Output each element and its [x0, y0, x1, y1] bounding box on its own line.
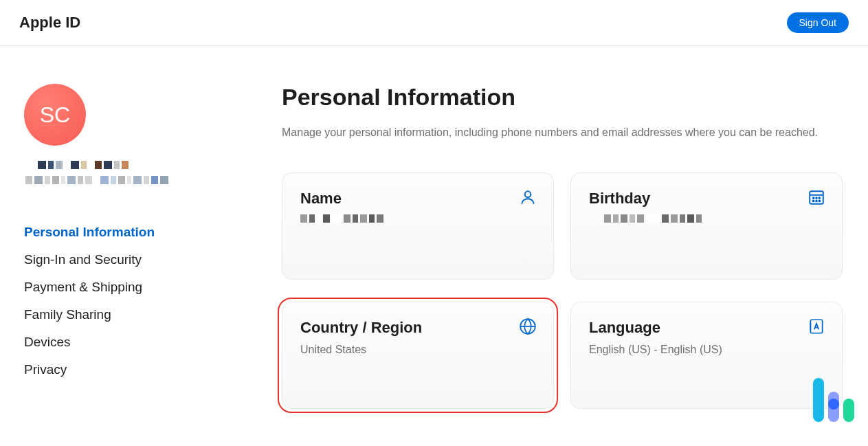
globe-icon: [519, 317, 537, 335]
svg-point-7: [816, 201, 817, 202]
sidebar: SC: [0, 46, 261, 409]
language-card-value: English (US) - English (US): [589, 344, 824, 356]
decoration-bar-1: [813, 378, 824, 422]
decoration-bars: [813, 378, 854, 422]
nav-personal-information[interactable]: Personal Information: [24, 219, 234, 246]
nav-privacy[interactable]: Privacy: [24, 356, 234, 383]
page-brand-title: Apple ID: [19, 14, 80, 32]
calendar-icon: [808, 188, 825, 206]
svg-rect-10: [810, 320, 822, 333]
avatar-initials: SC: [40, 102, 70, 128]
sign-out-button[interactable]: Sign Out: [787, 12, 849, 33]
birthday-card[interactable]: Birthday: [570, 172, 843, 280]
person-icon: [519, 188, 537, 206]
content-container: SC: [0, 46, 868, 409]
country-region-card[interactable]: Country / Region United States: [282, 302, 554, 409]
language-card[interactable]: Language English (US) - English (US): [570, 302, 843, 409]
nav-payment-shipping[interactable]: Payment & Shipping: [24, 274, 234, 301]
user-email-redacted: [25, 176, 234, 184]
language-icon: [808, 317, 825, 335]
svg-point-3: [813, 197, 814, 199]
page-title: Personal Information: [282, 84, 847, 111]
decoration-dot: [828, 399, 839, 410]
name-card[interactable]: Name: [282, 172, 554, 280]
avatar[interactable]: SC: [24, 84, 86, 146]
name-card-value-redacted: [300, 214, 535, 223]
nav-family-sharing[interactable]: Family Sharing: [24, 301, 234, 328]
birthday-card-title: Birthday: [589, 190, 824, 208]
svg-point-4: [816, 197, 817, 199]
cards-grid: Name: [282, 172, 847, 409]
nav-devices[interactable]: Devices: [24, 328, 234, 356]
svg-point-6: [813, 201, 814, 202]
country-region-card-value: United States: [300, 344, 535, 356]
main-content: Personal Information Manage your persona…: [261, 46, 868, 409]
language-card-title: Language: [589, 319, 824, 337]
header: Apple ID Sign Out: [0, 0, 868, 46]
nav-list: Personal Information Sign-In and Securit…: [24, 219, 234, 383]
svg-point-5: [819, 197, 820, 199]
page-description: Manage your personal information, includ…: [282, 124, 832, 141]
name-card-title: Name: [300, 190, 535, 208]
svg-point-0: [525, 191, 531, 197]
decoration-bar-2: [828, 392, 839, 422]
country-region-card-title: Country / Region: [300, 319, 535, 337]
birthday-card-value-redacted: [604, 214, 824, 223]
decoration-bar-3: [843, 399, 854, 422]
svg-point-8: [819, 201, 820, 202]
user-name-redacted: [38, 161, 234, 169]
nav-sign-in-security[interactable]: Sign-In and Security: [24, 246, 234, 274]
